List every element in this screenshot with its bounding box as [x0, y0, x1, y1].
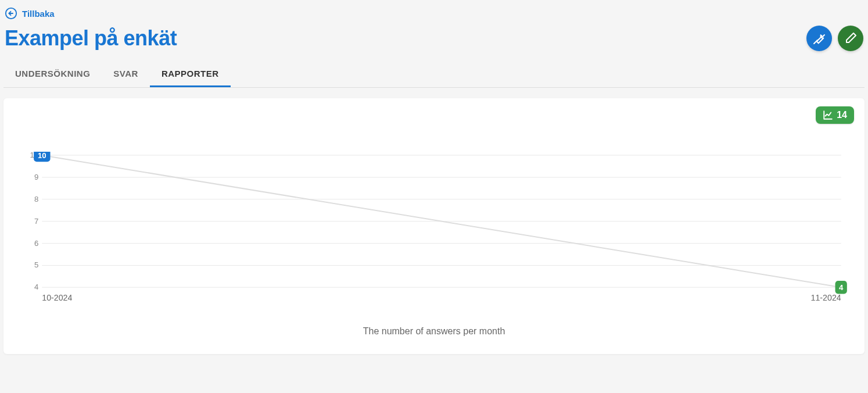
tab-investigation[interactable]: UNDERSÖKNING — [3, 62, 102, 87]
svg-text:4: 4 — [34, 283, 38, 291]
chart: 4567891010-202411-2024104 — [14, 152, 854, 305]
svg-text:6: 6 — [34, 239, 38, 248]
responses-badge[interactable]: 14 — [816, 106, 854, 124]
tools-icon — [812, 31, 826, 45]
report-card: 14 4567891010-202411-2024104 The number … — [3, 98, 865, 354]
action-buttons — [806, 26, 863, 51]
line-chart-icon — [823, 110, 833, 120]
pencil-icon — [844, 31, 858, 45]
back-link[interactable]: Tillbaka — [3, 5, 56, 26]
svg-text:11-2024: 11-2024 — [811, 293, 841, 302]
settings-button[interactable] — [806, 26, 832, 51]
svg-text:10: 10 — [38, 152, 46, 160]
edit-button[interactable] — [838, 26, 863, 51]
tabs: UNDERSÖKNING SVAR RAPPORTER — [3, 62, 865, 88]
tab-answers[interactable]: SVAR — [102, 62, 150, 87]
svg-text:10-2024: 10-2024 — [42, 293, 72, 302]
arrow-left-icon — [5, 7, 17, 20]
back-label: Tillbaka — [22, 9, 55, 19]
svg-text:7: 7 — [34, 217, 38, 226]
page-title: Exampel på enkät — [5, 26, 177, 51]
chart-svg: 4567891010-202411-2024104 — [29, 152, 854, 305]
svg-text:5: 5 — [34, 260, 38, 269]
svg-text:8: 8 — [34, 195, 38, 203]
tab-reports[interactable]: RAPPORTER — [150, 62, 231, 87]
svg-text:4: 4 — [839, 283, 844, 292]
svg-text:9: 9 — [34, 173, 38, 181]
chart-caption: The number of answers per month — [14, 326, 854, 337]
badge-count: 14 — [837, 110, 847, 120]
